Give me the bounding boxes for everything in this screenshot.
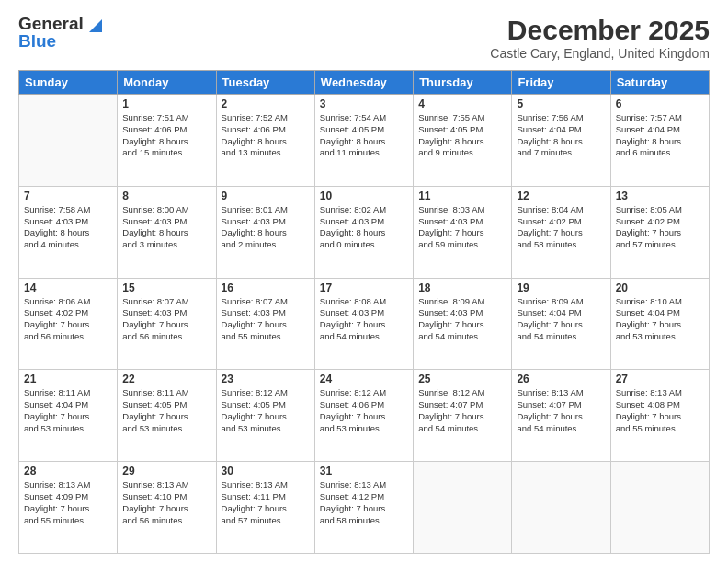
calendar-cell: 15Sunrise: 8:07 AM Sunset: 4:03 PM Dayli… bbox=[118, 278, 216, 370]
header: General Blue December 2025 Castle Cary, … bbox=[18, 15, 710, 61]
day-info: Sunrise: 7:56 AM Sunset: 4:04 PM Dayligh… bbox=[517, 112, 605, 159]
day-number: 5 bbox=[517, 98, 605, 110]
calendar-cell: 26Sunrise: 8:13 AM Sunset: 4:07 PM Dayli… bbox=[512, 370, 610, 462]
calendar-cell: 29Sunrise: 8:13 AM Sunset: 4:10 PM Dayli… bbox=[118, 462, 216, 554]
day-info: Sunrise: 8:09 AM Sunset: 4:04 PM Dayligh… bbox=[517, 296, 605, 343]
page: General Blue December 2025 Castle Cary, … bbox=[0, 0, 728, 563]
day-info: Sunrise: 8:01 AM Sunset: 4:03 PM Dayligh… bbox=[222, 204, 310, 251]
day-number: 17 bbox=[320, 282, 408, 294]
day-info: Sunrise: 8:06 AM Sunset: 4:02 PM Dayligh… bbox=[24, 296, 112, 343]
day-number: 27 bbox=[616, 373, 704, 385]
calendar-cell: 9Sunrise: 8:01 AM Sunset: 4:03 PM Daylig… bbox=[216, 186, 314, 278]
calendar-cell bbox=[19, 95, 118, 187]
calendar-header-row: Sunday Monday Tuesday Wednesday Thursday… bbox=[19, 71, 710, 95]
day-info: Sunrise: 8:13 AM Sunset: 4:10 PM Dayligh… bbox=[122, 479, 210, 526]
day-info: Sunrise: 8:10 AM Sunset: 4:04 PM Dayligh… bbox=[616, 296, 704, 343]
day-info: Sunrise: 7:58 AM Sunset: 4:03 PM Dayligh… bbox=[24, 204, 112, 251]
day-number: 24 bbox=[320, 373, 408, 385]
calendar-week-1: 7Sunrise: 7:58 AM Sunset: 4:03 PM Daylig… bbox=[19, 186, 710, 278]
day-info: Sunrise: 8:11 AM Sunset: 4:04 PM Dayligh… bbox=[24, 387, 112, 434]
calendar-cell: 10Sunrise: 8:02 AM Sunset: 4:03 PM Dayli… bbox=[314, 186, 413, 278]
calendar-cell: 3Sunrise: 7:54 AM Sunset: 4:05 PM Daylig… bbox=[314, 95, 413, 187]
day-number: 13 bbox=[616, 190, 704, 202]
calendar-cell: 8Sunrise: 8:00 AM Sunset: 4:03 PM Daylig… bbox=[118, 186, 216, 278]
location: Castle Cary, England, United Kingdom bbox=[490, 46, 710, 61]
day-number: 25 bbox=[418, 373, 506, 385]
day-number: 8 bbox=[122, 190, 210, 202]
header-saturday: Saturday bbox=[610, 71, 709, 95]
day-info: Sunrise: 8:09 AM Sunset: 4:03 PM Dayligh… bbox=[418, 296, 506, 343]
day-number: 7 bbox=[24, 190, 112, 202]
calendar-cell bbox=[414, 462, 512, 554]
day-info: Sunrise: 8:08 AM Sunset: 4:03 PM Dayligh… bbox=[320, 296, 408, 343]
calendar-cell: 18Sunrise: 8:09 AM Sunset: 4:03 PM Dayli… bbox=[414, 278, 512, 370]
day-number: 14 bbox=[24, 282, 112, 294]
day-info: Sunrise: 8:04 AM Sunset: 4:02 PM Dayligh… bbox=[517, 204, 605, 251]
day-info: Sunrise: 7:55 AM Sunset: 4:05 PM Dayligh… bbox=[418, 112, 506, 159]
day-info: Sunrise: 8:02 AM Sunset: 4:03 PM Dayligh… bbox=[320, 204, 408, 251]
calendar-cell: 23Sunrise: 8:12 AM Sunset: 4:05 PM Dayli… bbox=[216, 370, 314, 462]
calendar-cell: 30Sunrise: 8:13 AM Sunset: 4:11 PM Dayli… bbox=[216, 462, 314, 554]
logo: General Blue bbox=[18, 15, 102, 52]
calendar-cell: 28Sunrise: 8:13 AM Sunset: 4:09 PM Dayli… bbox=[19, 462, 118, 554]
day-info: Sunrise: 8:05 AM Sunset: 4:02 PM Dayligh… bbox=[616, 204, 704, 251]
day-number: 22 bbox=[122, 373, 210, 385]
header-thursday: Thursday bbox=[414, 71, 512, 95]
calendar-week-3: 21Sunrise: 8:11 AM Sunset: 4:04 PM Dayli… bbox=[19, 370, 710, 462]
title-area: December 2025 Castle Cary, England, Unit… bbox=[490, 15, 710, 61]
header-tuesday: Tuesday bbox=[216, 71, 314, 95]
calendar-cell: 21Sunrise: 8:11 AM Sunset: 4:04 PM Dayli… bbox=[19, 370, 118, 462]
calendar-cell: 4Sunrise: 7:55 AM Sunset: 4:05 PM Daylig… bbox=[414, 95, 512, 187]
calendar-cell: 19Sunrise: 8:09 AM Sunset: 4:04 PM Dayli… bbox=[512, 278, 610, 370]
calendar-cell: 6Sunrise: 7:57 AM Sunset: 4:04 PM Daylig… bbox=[610, 95, 709, 187]
day-info: Sunrise: 7:51 AM Sunset: 4:06 PM Dayligh… bbox=[122, 112, 210, 159]
month-title: December 2025 bbox=[490, 15, 710, 46]
calendar-week-4: 28Sunrise: 8:13 AM Sunset: 4:09 PM Dayli… bbox=[19, 462, 710, 554]
day-info: Sunrise: 7:54 AM Sunset: 4:05 PM Dayligh… bbox=[320, 112, 408, 159]
day-info: Sunrise: 8:07 AM Sunset: 4:03 PM Dayligh… bbox=[222, 296, 310, 343]
day-number: 18 bbox=[418, 282, 506, 294]
day-info: Sunrise: 8:11 AM Sunset: 4:05 PM Dayligh… bbox=[122, 387, 210, 434]
calendar-cell: 17Sunrise: 8:08 AM Sunset: 4:03 PM Dayli… bbox=[314, 278, 413, 370]
day-number: 23 bbox=[222, 373, 310, 385]
day-info: Sunrise: 8:12 AM Sunset: 4:05 PM Dayligh… bbox=[222, 387, 310, 434]
calendar-week-2: 14Sunrise: 8:06 AM Sunset: 4:02 PM Dayli… bbox=[19, 278, 710, 370]
day-number: 15 bbox=[122, 282, 210, 294]
calendar-cell: 24Sunrise: 8:12 AM Sunset: 4:06 PM Dayli… bbox=[314, 370, 413, 462]
day-number: 1 bbox=[122, 98, 210, 110]
calendar-table: Sunday Monday Tuesday Wednesday Thursday… bbox=[18, 70, 710, 554]
day-number: 30 bbox=[222, 465, 310, 477]
header-sunday: Sunday bbox=[19, 71, 118, 95]
day-info: Sunrise: 8:12 AM Sunset: 4:07 PM Dayligh… bbox=[418, 387, 506, 434]
calendar-cell: 16Sunrise: 8:07 AM Sunset: 4:03 PM Dayli… bbox=[216, 278, 314, 370]
day-info: Sunrise: 8:12 AM Sunset: 4:06 PM Dayligh… bbox=[320, 387, 408, 434]
day-number: 2 bbox=[222, 98, 310, 110]
svg-marker-0 bbox=[89, 19, 102, 32]
calendar-cell: 20Sunrise: 8:10 AM Sunset: 4:04 PM Dayli… bbox=[610, 278, 709, 370]
calendar-cell: 11Sunrise: 8:03 AM Sunset: 4:03 PM Dayli… bbox=[414, 186, 512, 278]
day-number: 3 bbox=[320, 98, 408, 110]
day-number: 6 bbox=[616, 98, 704, 110]
day-info: Sunrise: 8:13 AM Sunset: 4:08 PM Dayligh… bbox=[616, 387, 704, 434]
day-number: 19 bbox=[517, 282, 605, 294]
day-number: 16 bbox=[222, 282, 310, 294]
day-number: 12 bbox=[517, 190, 605, 202]
header-wednesday: Wednesday bbox=[314, 71, 413, 95]
day-number: 9 bbox=[222, 190, 310, 202]
calendar-cell: 22Sunrise: 8:11 AM Sunset: 4:05 PM Dayli… bbox=[118, 370, 216, 462]
day-info: Sunrise: 8:13 AM Sunset: 4:11 PM Dayligh… bbox=[222, 479, 310, 526]
day-number: 29 bbox=[122, 465, 210, 477]
calendar-cell: 14Sunrise: 8:06 AM Sunset: 4:02 PM Dayli… bbox=[19, 278, 118, 370]
day-info: Sunrise: 8:00 AM Sunset: 4:03 PM Dayligh… bbox=[122, 204, 210, 251]
day-number: 11 bbox=[418, 190, 506, 202]
day-info: Sunrise: 7:57 AM Sunset: 4:04 PM Dayligh… bbox=[616, 112, 704, 159]
calendar-cell: 12Sunrise: 8:04 AM Sunset: 4:02 PM Dayli… bbox=[512, 186, 610, 278]
day-info: Sunrise: 8:13 AM Sunset: 4:07 PM Dayligh… bbox=[517, 387, 605, 434]
header-friday: Friday bbox=[512, 71, 610, 95]
calendar-cell: 5Sunrise: 7:56 AM Sunset: 4:04 PM Daylig… bbox=[512, 95, 610, 187]
header-monday: Monday bbox=[118, 71, 216, 95]
day-info: Sunrise: 7:52 AM Sunset: 4:06 PM Dayligh… bbox=[222, 112, 310, 159]
logo-triangle-icon bbox=[85, 16, 102, 32]
day-number: 21 bbox=[24, 373, 112, 385]
logo-blue: Blue bbox=[18, 32, 56, 52]
